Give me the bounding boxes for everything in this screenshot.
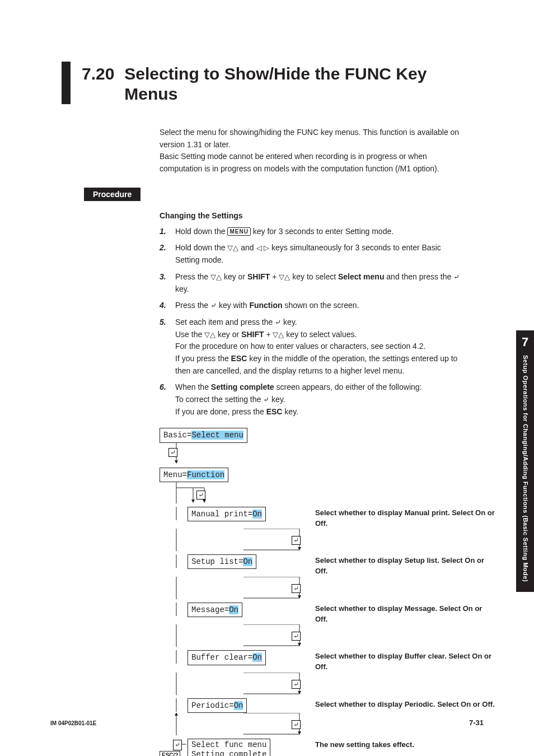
manual-print-box: Manual print=On	[188, 507, 266, 521]
periodic-desc: Select whether to display Periodic. Sele…	[305, 698, 495, 710]
enter-key-icon: ⤶	[168, 448, 177, 457]
step-2: Hold down the ▽△ and ◁ ▷ keys simultaneo…	[160, 242, 467, 266]
page-footer: IM 04P02B01-01E 7-31	[50, 718, 484, 727]
intro-line-2: Basic Setting mode cannot be entered whe…	[160, 152, 439, 173]
enter-key-icon: ⤶	[292, 584, 301, 593]
procedure-heading: Procedure	[84, 188, 140, 201]
page-number: 7-31	[469, 718, 484, 727]
header-accent-bar	[62, 62, 71, 104]
esc-key-icon: ESC/?	[160, 751, 180, 756]
document-id: IM 04P02B01-01E	[50, 720, 96, 726]
flow-line: ⤶	[160, 482, 305, 503]
enter-key-icon: ⤶	[210, 301, 217, 310]
enter-key-icon: ⤶	[292, 680, 301, 689]
enter-key-icon: ⤶	[275, 318, 281, 326]
step-3: Press the ▽△ key or SHIFT + ▽△ key to se…	[160, 271, 467, 295]
flow-line: ⤶	[160, 443, 305, 464]
intro-text: Select the menu for showing/hiding the F…	[160, 127, 467, 175]
enter-key-icon: ⤶	[453, 273, 460, 281]
enter-key-icon: ⤶	[196, 491, 205, 500]
flow-line: ⤶	[160, 624, 305, 647]
updown-key-icon: ▽△	[279, 273, 290, 281]
basic-select-menu-box: Basic=Select menu	[160, 428, 247, 442]
manual-print-desc: Select whether to display Manual print. …	[305, 507, 495, 529]
step-5: Set each item and press the ⤶ key. Use t…	[160, 316, 467, 377]
updown-key-icon: ▽△	[204, 330, 216, 339]
buffer-clear-box: Buffer clear=On	[188, 650, 266, 665]
enter-key-icon: ⤶	[292, 536, 301, 545]
step-1: Hold down the MENU key for 3 seconds to …	[160, 226, 467, 238]
flow-line: ⤶	[160, 673, 305, 695]
step-6: When the Setting complete screen appears…	[160, 381, 467, 418]
setting-complete-box: Select func menu Setting complete	[188, 739, 270, 756]
updown-key-icon: ▽△	[210, 273, 222, 281]
flow-diagram: Basic=Select menu ⤶ Menu=Function ⤶ Manu…	[160, 428, 495, 756]
step-4: Press the ⤶ key with Function shown on t…	[160, 300, 467, 312]
message-desc: Select whether to display Message. Selec…	[305, 603, 495, 625]
enter-key-icon: ⤶	[263, 395, 269, 404]
chapter-side-tab: 7 Setup Operations for Changing/Adding F…	[516, 330, 534, 592]
flow-line: ⤶	[160, 577, 305, 599]
chapter-number: 7	[516, 335, 534, 349]
updown-key-icon: ▽△	[273, 330, 284, 339]
setting-complete-desc: The new setting takes effect.	[305, 739, 495, 750]
chapter-title-vertical: Setup Operations for Changing/Adding Fun…	[521, 355, 528, 582]
setup-list-desc: Select whether to display Setup list. Se…	[305, 554, 495, 577]
setup-list-box: Setup list=On	[188, 554, 256, 569]
intro-line-1: Select the menu for showing/hiding the F…	[160, 128, 459, 149]
menu-function-box: Menu=Function	[160, 468, 228, 482]
enter-key-icon: ⤶	[292, 632, 301, 641]
procedure-steps: Hold down the MENU key for 3 seconds to …	[160, 226, 467, 418]
section-header: 7.20 Selecting to Show/Hide the FUNC Key…	[62, 62, 484, 104]
buffer-clear-desc: Select whether to display Buffer clear. …	[305, 650, 495, 673]
updown-key-icon: ▽△	[227, 244, 238, 252]
flow-line: ⤶	[160, 529, 305, 551]
section-title: Selecting to Show/Hide the FUNC Key Menu…	[124, 62, 484, 104]
message-box: Message=On	[188, 603, 242, 617]
leftright-key-icon: ◁ ▷	[256, 244, 270, 252]
changing-settings-heading: Changing the Settings	[160, 211, 484, 220]
section-number: 7.20	[82, 62, 114, 104]
enter-key-icon: ⤶	[173, 740, 182, 750]
menu-key-icon: MENU	[227, 227, 250, 236]
periodic-box: Periodic=On	[188, 698, 247, 713]
